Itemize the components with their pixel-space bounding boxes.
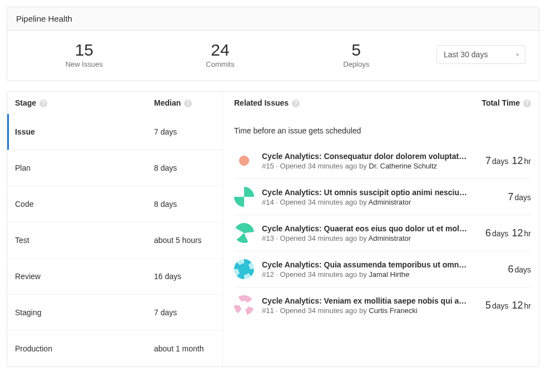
issue-opened: Opened 34 minutes ago by [280,270,367,279]
stage-name: Plan [15,163,154,172]
help-icon[interactable]: ? [523,100,531,107]
avatar[interactable] [234,151,254,171]
issue-meta: #11 · Opened 34 minutes ago by Curtis Fr… [262,306,479,315]
stage-row-review[interactable]: Review 16 days [7,259,222,295]
issue-title[interactable]: Cycle Analytics: Consequatur dolor dolor… [262,152,468,161]
issue-meta: #14 · Opened 34 minutes ago by Administr… [262,198,501,206]
stage-row-plan[interactable]: Plan 8 days [7,150,222,186]
issue-ref[interactable]: #12 [262,270,274,279]
issue-body: Cycle Analytics: Quaerat eos eius quo do… [262,224,485,242]
issue-row[interactable]: Cycle Analytics: Quia assumenda temporib… [234,251,531,287]
issue-author[interactable]: Administrator [369,198,411,206]
issue-title[interactable]: Cycle Analytics: Quia assumenda temporib… [262,260,468,269]
issue-body: Cycle Analytics: Consequatur dolor dolor… [262,152,485,170]
pipeline-health-body: 15 New Issues 24 Commits 5 Deploys Last … [7,31,539,81]
issue-opened: Opened 34 minutes ago by [280,198,367,206]
time-unit: hr [524,301,531,310]
metric-new-issues: 15 New Issues [16,41,152,68]
stage-detail-header: Related Issues ? Total Time ? [234,92,531,114]
time-value: 5 [485,300,491,311]
stage-row-code[interactable]: Code 8 days [7,186,222,222]
stage-description: Time before an issue gets scheduled [234,114,531,143]
stage-list-header: Stage ? Median ? [7,92,222,114]
pipeline-health-title: Pipeline Health [7,7,539,31]
issue-meta: #13 · Opened 34 minutes ago by Administr… [262,234,479,242]
issue-ref[interactable]: #15 [262,162,274,170]
stage-row-issue[interactable]: Issue 7 days [7,114,222,150]
issue-row[interactable]: Cycle Analytics: Quaerat eos eius quo do… [234,215,531,251]
pipeline-health-panel: Pipeline Health 15 New Issues 24 Commits… [7,7,539,81]
issue-ref[interactable]: #13 [262,234,274,242]
issue-author[interactable]: Curtis Franecki [369,306,417,315]
time-value: 6 [508,264,513,275]
avatar[interactable] [234,187,254,207]
col-related-label: Related Issues [234,98,289,107]
metric-value: 15 [16,41,152,59]
stage-median: about 5 hours [154,236,222,245]
stage-name: Staging [15,308,154,317]
stage-name: Issue [15,127,154,136]
time-value: 6 [485,227,491,239]
avatar[interactable] [232,221,256,245]
issue-opened: Opened 34 minutes ago by [280,162,367,170]
time-value: 12 [512,155,523,166]
stage-detail: Related Issues ? Total Time ? Time befor… [223,92,539,366]
time-value: 7 [508,191,513,202]
issue-body: Cycle Analytics: Veniam ex mollitia saep… [262,296,485,315]
date-range-dropdown[interactable]: Last 30 days ▾ [436,45,525,64]
time-value: 7 [485,155,491,166]
stage-name: Production [15,344,154,353]
col-stage-label: Stage [15,98,36,107]
time-unit: days [492,301,509,310]
stage-median: 7 days [154,127,222,136]
time-unit: days [492,157,509,166]
issue-row[interactable]: Cycle Analytics: Veniam ex mollitia saep… [234,287,531,323]
issue-body: Cycle Analytics: Ut omnis suscipit optio… [262,188,508,206]
issue-row[interactable]: Cycle Analytics: Consequatur dolor dolor… [234,143,531,179]
help-icon[interactable]: ? [39,100,47,107]
avatar[interactable] [234,295,254,315]
issue-row[interactable]: Cycle Analytics: Ut omnis suscipit optio… [234,179,531,215]
time-unit: days [514,265,531,274]
stage-name: Code [15,200,154,209]
issue-opened: Opened 34 minutes ago by [280,306,367,315]
issue-title[interactable]: Cycle Analytics: Quaerat eos eius quo do… [262,224,468,233]
stage-median: about 1 month [154,344,222,353]
metric-label: Commits [152,60,289,68]
metric-label: New Issues [16,60,152,68]
issue-meta: #12 · Opened 34 minutes ago by Jamal Hir… [262,270,501,279]
stage-median: 8 days [154,163,222,172]
issue-total-time: 7days12hr [485,155,531,167]
avatar[interactable] [234,259,254,279]
issue-author[interactable]: Jamal Hirthe [369,270,409,279]
issue-meta: #15 · Opened 34 minutes ago by Dr. Cathe… [262,162,479,170]
col-total-time-label: Total Time [482,98,520,107]
issue-author[interactable]: Dr. Catherine Schultz [369,162,437,170]
metric-commits: 24 Commits [152,41,289,68]
help-icon[interactable]: ? [292,100,300,107]
help-icon[interactable]: ? [184,100,192,107]
issue-ref[interactable]: #14 [262,198,274,206]
issue-total-time: 7days [508,191,531,203]
issue-total-time: 6days12hr [485,227,531,239]
issue-title[interactable]: Cycle Analytics: Veniam ex mollitia saep… [262,296,468,305]
issue-title[interactable]: Cycle Analytics: Ut omnis suscipit optio… [262,188,468,197]
issue-body: Cycle Analytics: Quia assumenda temporib… [262,260,508,279]
time-unit: hr [524,229,531,238]
stage-row-staging[interactable]: Staging 7 days [7,295,222,331]
time-value: 12 [512,300,523,311]
chevron-down-icon: ▾ [516,51,519,58]
issue-opened: Opened 34 minutes ago by [280,234,367,242]
stage-row-test[interactable]: Test about 5 hours [7,222,222,259]
date-range-label: Last 30 days [444,50,488,59]
stage-name: Review [15,272,154,281]
issue-ref[interactable]: #11 [262,306,274,315]
issue-total-time: 5days12hr [485,300,531,311]
time-unit: days [492,229,509,238]
metric-value: 24 [152,41,289,59]
stage-median: 8 days [154,200,222,209]
stage-row-production[interactable]: Production about 1 month [7,331,222,366]
stage-name: Test [15,236,154,245]
time-unit: days [514,193,531,202]
issue-author[interactable]: Administrator [369,234,411,242]
